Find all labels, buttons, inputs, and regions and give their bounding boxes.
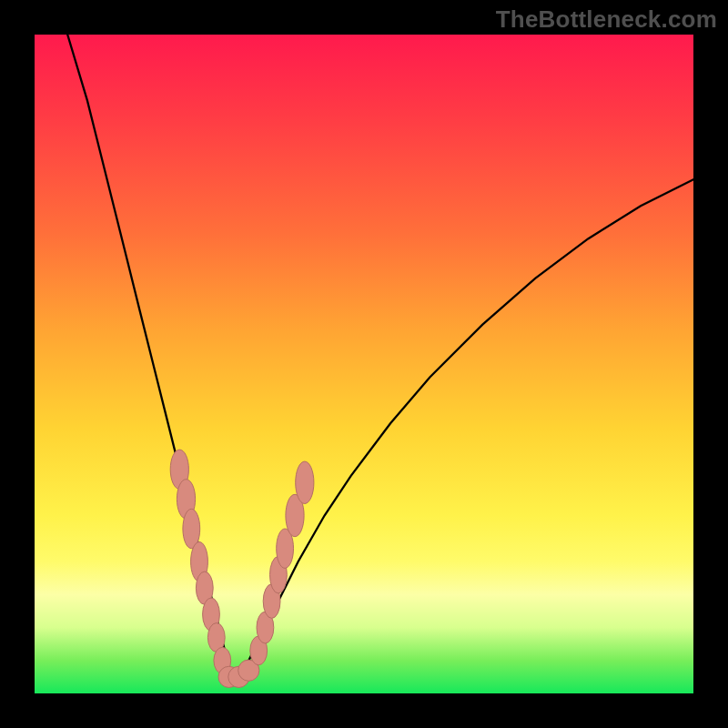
plot-area xyxy=(35,35,693,693)
watermark-text: TheBottleneck.com xyxy=(496,5,717,34)
sample-markers xyxy=(170,450,314,687)
curve-layer xyxy=(35,35,693,693)
chart-frame: TheBottleneck.com xyxy=(0,0,728,728)
sample-marker xyxy=(296,461,314,503)
bottleneck-curve xyxy=(67,35,693,681)
